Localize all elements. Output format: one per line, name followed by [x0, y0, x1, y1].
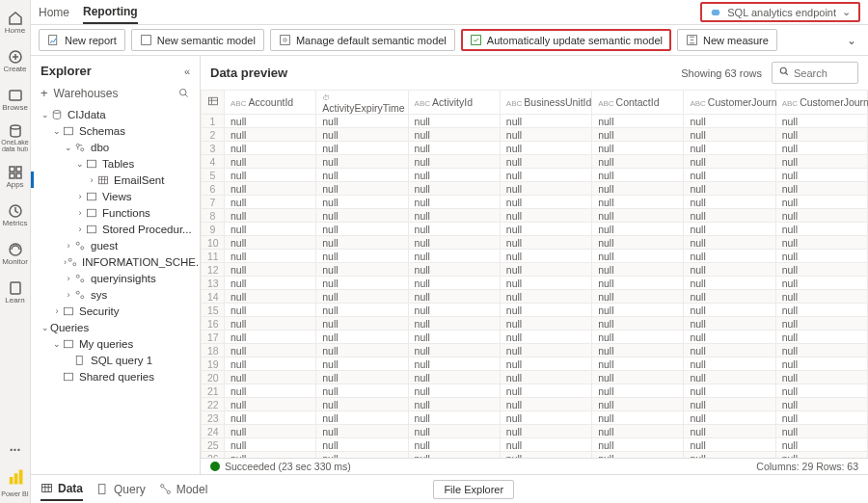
- cell[interactable]: null: [684, 209, 775, 223]
- cell[interactable]: null: [592, 277, 684, 290]
- cell[interactable]: null: [684, 155, 775, 169]
- cell[interactable]: null: [500, 223, 591, 236]
- data-grid[interactable]: ABCAccountId⏱ActivityExpiryTimeABCActivi…: [201, 90, 868, 458]
- cell[interactable]: null: [316, 236, 408, 250]
- cell[interactable]: null: [775, 196, 867, 209]
- tree-my-queries[interactable]: ⌄My queries: [33, 335, 200, 352]
- column-header[interactable]: ⏱ActivityExpiryTime: [316, 91, 408, 115]
- cell[interactable]: null: [408, 236, 500, 250]
- tree-functions[interactable]: ›Functions: [33, 204, 200, 221]
- cell[interactable]: null: [775, 357, 867, 371]
- cell[interactable]: null: [225, 250, 316, 263]
- cell[interactable]: null: [225, 169, 316, 182]
- cell[interactable]: null: [775, 223, 867, 236]
- cell[interactable]: null: [316, 317, 408, 331]
- cell[interactable]: null: [316, 263, 408, 277]
- tree-sql-query-1[interactable]: SQL query 1: [33, 352, 200, 368]
- bottom-tab-query[interactable]: Query: [96, 479, 146, 500]
- cell[interactable]: null: [775, 344, 867, 357]
- tree-shared-queries[interactable]: Shared queries: [33, 368, 200, 384]
- cell[interactable]: null: [684, 304, 775, 317]
- cell[interactable]: null: [775, 277, 867, 290]
- cell[interactable]: null: [775, 371, 867, 384]
- cell[interactable]: null: [500, 371, 591, 384]
- cell[interactable]: null: [592, 290, 684, 304]
- cell[interactable]: null: [592, 182, 684, 196]
- new-measure-button[interactable]: New measure: [677, 29, 777, 51]
- cell[interactable]: null: [684, 277, 775, 290]
- column-header[interactable]: ABCBusinessUnitId: [500, 91, 591, 115]
- cell[interactable]: null: [408, 277, 500, 290]
- tab-home[interactable]: Home: [39, 2, 69, 23]
- cell[interactable]: null: [408, 142, 500, 155]
- cell[interactable]: null: [408, 331, 500, 344]
- cell[interactable]: null: [592, 384, 684, 398]
- cell[interactable]: null: [408, 223, 500, 236]
- tree-views[interactable]: ›Views: [33, 188, 200, 204]
- cell[interactable]: null: [316, 142, 408, 155]
- cell[interactable]: null: [316, 357, 408, 371]
- cell[interactable]: null: [500, 304, 591, 317]
- cell[interactable]: null: [775, 182, 867, 196]
- cell[interactable]: null: [408, 155, 500, 169]
- column-header[interactable]: ABCCustomerJourneyId: [684, 91, 775, 115]
- cell[interactable]: null: [225, 290, 316, 304]
- tree-storedproc[interactable]: ›Stored Procedur...: [33, 221, 200, 237]
- cell[interactable]: null: [592, 155, 684, 169]
- cell[interactable]: null: [684, 115, 775, 128]
- cell[interactable]: null: [225, 438, 316, 452]
- rail-apps[interactable]: Apps: [2, 158, 29, 195]
- search-icon[interactable]: [177, 87, 190, 99]
- cell[interactable]: null: [316, 277, 408, 290]
- cell[interactable]: null: [316, 209, 408, 223]
- cell[interactable]: null: [592, 223, 684, 236]
- cell[interactable]: null: [684, 398, 775, 411]
- warehouses-label[interactable]: Warehouses: [54, 87, 119, 100]
- cell[interactable]: null: [592, 344, 684, 357]
- cell[interactable]: null: [316, 182, 408, 196]
- tree-queries[interactable]: ⌄Queries: [33, 319, 200, 335]
- rail-learn[interactable]: Learn: [2, 274, 29, 310]
- rail-monitor[interactable]: Monitor: [2, 235, 29, 272]
- cell[interactable]: null: [775, 304, 867, 317]
- cell[interactable]: null: [592, 438, 684, 452]
- cell[interactable]: null: [225, 411, 316, 425]
- column-header[interactable]: ABCAccountId: [225, 91, 316, 115]
- cell[interactable]: null: [408, 169, 500, 182]
- cell[interactable]: null: [225, 304, 316, 317]
- column-header[interactable]: ABCCustomerJourney: [775, 91, 867, 115]
- bottom-tab-data[interactable]: Data: [41, 478, 83, 501]
- column-header[interactable]: ABCActivityId: [408, 91, 500, 115]
- cell[interactable]: null: [225, 128, 316, 142]
- cell[interactable]: null: [684, 142, 775, 155]
- tree-dbo[interactable]: ⌄dbo: [33, 139, 200, 155]
- cell[interactable]: null: [500, 128, 591, 142]
- cell[interactable]: null: [500, 438, 591, 452]
- add-warehouse-icon[interactable]: +: [41, 86, 48, 100]
- rail-browse[interactable]: Browse: [2, 81, 29, 118]
- cell[interactable]: null: [592, 142, 684, 155]
- cell[interactable]: null: [408, 425, 500, 438]
- cell[interactable]: null: [684, 371, 775, 384]
- cell[interactable]: null: [408, 344, 500, 357]
- cell[interactable]: null: [592, 371, 684, 384]
- cell[interactable]: null: [592, 357, 684, 371]
- cell[interactable]: null: [500, 182, 591, 196]
- cell[interactable]: null: [316, 384, 408, 398]
- tree-sys[interactable]: ›sys: [33, 286, 200, 303]
- rail-onelake[interactable]: OneLake data hub: [2, 119, 29, 156]
- cell[interactable]: null: [316, 223, 408, 236]
- cell[interactable]: null: [775, 169, 867, 182]
- cell[interactable]: null: [316, 169, 408, 182]
- cell[interactable]: null: [500, 384, 591, 398]
- search-box[interactable]: [772, 62, 858, 84]
- cell[interactable]: null: [225, 425, 316, 438]
- cell[interactable]: null: [225, 182, 316, 196]
- cell[interactable]: null: [592, 196, 684, 209]
- cell[interactable]: null: [225, 142, 316, 155]
- cell[interactable]: null: [775, 263, 867, 277]
- tree-queryinsights[interactable]: ›queryinsights: [33, 270, 200, 286]
- tree-schemas[interactable]: ⌄Schemas: [33, 122, 200, 139]
- cell[interactable]: null: [500, 317, 591, 331]
- cell[interactable]: null: [316, 304, 408, 317]
